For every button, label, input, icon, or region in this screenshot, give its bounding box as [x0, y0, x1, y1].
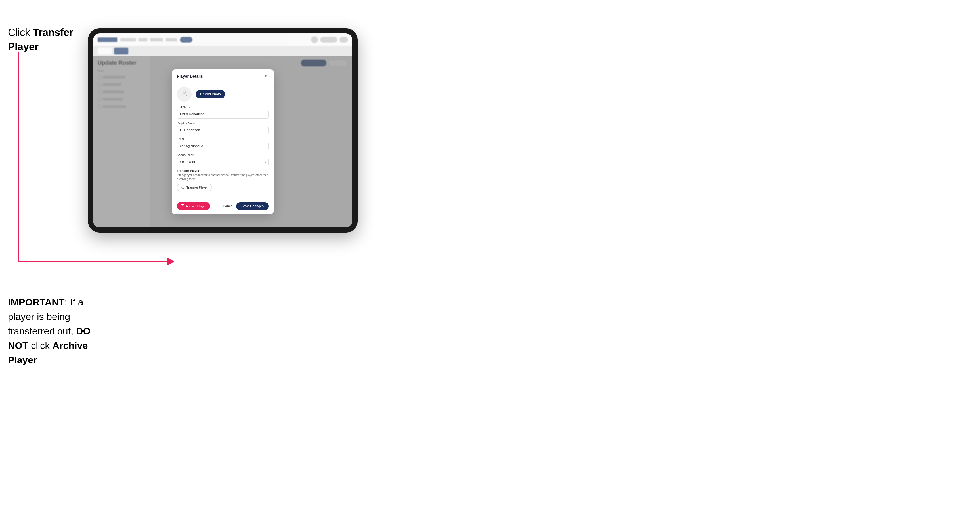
person-icon: [180, 90, 188, 99]
instruction-bottom: IMPORTANT: If a player is being transfer…: [8, 295, 96, 367]
tablet-screen: Update Roster Team: [93, 33, 353, 227]
email-label: Email: [177, 137, 269, 141]
transfer-player-section: Transfer Player If this player has moved…: [177, 169, 269, 192]
tabs-bar: [93, 46, 353, 56]
annotation-horizontal-line: [18, 261, 172, 262]
modal-title: Player Details: [177, 74, 203, 79]
modal-close-button[interactable]: ×: [263, 73, 269, 79]
svg-point-0: [183, 91, 186, 93]
upload-photo-button[interactable]: Upload Photo: [196, 90, 225, 98]
school-year-select-wrapper: First Year Second Year Third Year Fourth…: [177, 158, 269, 166]
instruction-prefix: Click: [8, 27, 33, 38]
display-name-group: Display Name: [177, 121, 269, 135]
full-name-label: Full Name: [177, 105, 269, 109]
school-year-label: School Year: [177, 153, 269, 157]
modal-body: Upload Photo Full Name Display Name: [172, 83, 274, 199]
annotation-vertical-line: [18, 52, 19, 262]
save-changes-button[interactable]: Save Changes: [236, 202, 269, 210]
footer-right-buttons: Cancel Save Changes: [223, 202, 269, 210]
full-name-group: Full Name: [177, 105, 269, 119]
transfer-description: If this player has moved to another scho…: [177, 173, 269, 181]
app-header: [93, 33, 353, 46]
header-avatar: [311, 36, 318, 43]
transfer-section-title: Transfer Player: [177, 169, 269, 173]
tab-active: [114, 48, 128, 54]
svg-rect-1: [181, 205, 184, 205]
nav-item-4: [166, 38, 177, 41]
display-name-input[interactable]: [177, 126, 269, 135]
important-label: IMPORTANT: [8, 297, 65, 308]
header-action-btn: [320, 37, 337, 43]
player-details-modal: Player Details ×: [172, 70, 274, 214]
display-name-label: Display Name: [177, 121, 269, 125]
cancel-button[interactable]: Cancel: [223, 204, 233, 208]
email-group: Email: [177, 137, 269, 150]
nav-item-1: [120, 38, 136, 41]
nav-item-active: [180, 37, 192, 43]
avatar-row: Upload Photo: [177, 87, 269, 102]
archive-player-button[interactable]: Archive Player: [177, 202, 210, 210]
tab-1: [98, 48, 112, 54]
transfer-icon: [181, 185, 185, 190]
nav-item-2: [139, 38, 147, 41]
full-name-input[interactable]: [177, 110, 269, 119]
modal-header: Player Details ×: [172, 70, 274, 83]
app-logo: [98, 37, 118, 42]
header-action-btn-2: [339, 37, 348, 43]
avatar-circle: [177, 87, 192, 102]
school-year-group: School Year First Year Second Year Third…: [177, 153, 269, 166]
email-input[interactable]: [177, 142, 269, 150]
instruction-top: Click Transfer Player: [8, 25, 88, 54]
content-area: Update Roster Team: [93, 56, 353, 227]
modal-footer: Archive Player Cancel Save Changes: [172, 199, 274, 214]
school-year-select[interactable]: First Year Second Year Third Year Fourth…: [177, 158, 269, 166]
header-right: [311, 36, 348, 43]
archive-icon: [181, 204, 184, 208]
annotation-arrow: [167, 257, 174, 265]
tablet-device: Update Roster Team: [88, 29, 358, 233]
nav-item-3: [150, 38, 163, 41]
modal-overlay: Player Details ×: [93, 56, 353, 227]
transfer-player-button[interactable]: Transfer Player: [177, 184, 212, 192]
